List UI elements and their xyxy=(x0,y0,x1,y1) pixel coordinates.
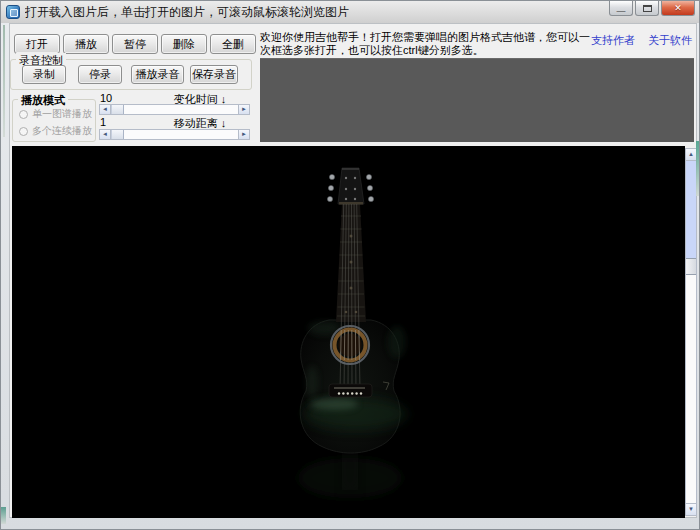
welcome-text: 欢迎你使用吉他帮手！打开您需要弹唱的图片格式吉他谱，您可以一次框选多张打开，也可… xyxy=(260,31,594,56)
viewer-scroll-pagedown-track[interactable] xyxy=(686,275,696,503)
maximize-icon xyxy=(643,5,652,12)
scroll-down-icon[interactable]: ▼ xyxy=(686,503,696,515)
radio-icon xyxy=(19,110,28,119)
scroll-right-icon[interactable]: ► xyxy=(238,130,249,139)
minimize-icon: — xyxy=(617,7,626,16)
delete-button[interactable]: 删除 xyxy=(161,34,207,54)
client-area: 打开 播放 暂停 删除 全删 录音控制 录制 停录 播放录音 保存录音 播放模式… xyxy=(9,23,697,518)
down-arrow-icon: ↓ xyxy=(221,117,227,129)
minimize-button[interactable]: — xyxy=(609,1,633,16)
scroll-right-icon[interactable]: ► xyxy=(238,105,249,114)
header-links: 支持作者 关于软件 xyxy=(591,33,692,48)
play-button[interactable]: 播放 xyxy=(63,34,109,54)
app-icon xyxy=(6,5,20,19)
bottom-left-accent xyxy=(1,507,6,524)
close-button[interactable]: ✕ xyxy=(661,1,695,16)
pause-button[interactable]: 暂停 xyxy=(112,34,158,54)
viewer-scroll-pageup-track[interactable] xyxy=(686,161,696,258)
radio-single-play-label: 单一图谱播放 xyxy=(32,107,92,121)
play-mode-group: 播放模式 单一图谱播放 多个连续播放 xyxy=(12,99,96,142)
play-mode-group-label: 播放模式 xyxy=(18,93,68,108)
viewer-scroll-thumb[interactable] xyxy=(686,258,696,275)
change-time-scrollbar[interactable]: ◄ ► xyxy=(99,104,250,115)
save-recording-button[interactable]: 保存录音 xyxy=(190,65,238,84)
image-viewer[interactable] xyxy=(12,146,685,518)
record-button[interactable]: 录制 xyxy=(22,65,66,84)
support-author-link[interactable]: 支持作者 xyxy=(591,33,635,48)
app-window: 打开载入图片后，单击打开的图片，可滚动鼠标滚轮浏览图片 — ✕ 打开 播放 暂停… xyxy=(0,0,700,530)
title-bar[interactable]: 打开载入图片后，单击打开的图片，可滚动鼠标滚轮浏览图片 — ✕ xyxy=(1,1,700,23)
guitar-image[interactable] xyxy=(12,146,685,518)
radio-continuous-play-label: 多个连续播放 xyxy=(32,124,92,138)
delete-all-button[interactable]: 全删 xyxy=(210,34,256,54)
open-button[interactable]: 打开 xyxy=(14,34,60,54)
radio-icon xyxy=(19,127,28,136)
move-distance-scroll-track[interactable] xyxy=(124,130,238,139)
move-distance-value: 1 xyxy=(100,116,106,128)
move-distance-label-text: 移动距离 xyxy=(174,117,218,129)
close-icon: ✕ xyxy=(674,4,682,13)
scroll-left-icon[interactable]: ◄ xyxy=(100,130,111,139)
move-distance-scroll-thumb[interactable] xyxy=(111,130,124,139)
play-recording-button[interactable]: 播放录音 xyxy=(131,65,184,84)
scroll-left-icon[interactable]: ◄ xyxy=(100,105,111,114)
viewer-vertical-scrollbar[interactable]: ▲ ▼ xyxy=(685,148,697,516)
left-edge-accent xyxy=(3,25,5,137)
maximize-button[interactable] xyxy=(635,1,659,16)
about-software-link[interactable]: 关于软件 xyxy=(648,33,692,48)
scroll-up-icon[interactable]: ▲ xyxy=(686,149,696,161)
radio-single-play[interactable]: 单一图谱播放 xyxy=(19,107,92,121)
change-time-value: 10 xyxy=(100,92,112,104)
window-controls: — ✕ xyxy=(609,1,695,16)
window-title: 打开载入图片后，单击打开的图片，可滚动鼠标滚轮浏览图片 xyxy=(25,4,349,21)
radio-continuous-play[interactable]: 多个连续播放 xyxy=(19,124,92,138)
move-distance-scrollbar[interactable]: ◄ ► xyxy=(99,129,250,140)
change-time-scroll-track[interactable] xyxy=(124,105,238,114)
change-time-scroll-thumb[interactable] xyxy=(111,105,124,114)
stop-record-button[interactable]: 停录 xyxy=(78,65,122,84)
preview-panel xyxy=(260,58,694,142)
